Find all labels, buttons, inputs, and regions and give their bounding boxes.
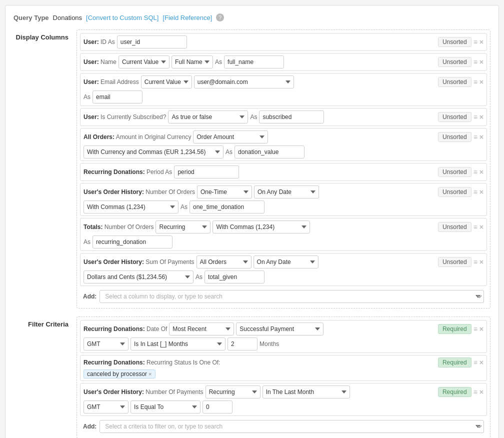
- filter-row-status: Recurring Donations: Recurring Status Is…: [80, 355, 487, 381]
- filter-row-payments: User's Order History: Number Of Payments…: [80, 383, 487, 416]
- filter-select-last-month[interactable]: In The Last Month: [262, 386, 350, 398]
- filter-remove-2[interactable]: ×: [480, 358, 484, 366]
- filter-prefix-2: Recurring Donations: Recurring Status Is…: [84, 359, 220, 366]
- sort-btn-2[interactable]: Unsorted: [438, 57, 472, 67]
- row-controls-2: Unsorted ≡ ×: [438, 57, 484, 67]
- filter-drag-3[interactable]: ≡: [474, 388, 478, 396]
- col-as-9: As: [196, 274, 202, 280]
- filter-remove-3[interactable]: ×: [480, 388, 484, 396]
- drag-handle-1[interactable]: ≡: [474, 38, 478, 46]
- filter-select-gmt-1[interactable]: GMT: [84, 338, 128, 350]
- col-select-name-type[interactable]: Current Value: [118, 56, 170, 68]
- sort-btn-5[interactable]: Unsorted: [438, 132, 472, 142]
- filter-input-value[interactable]: [202, 400, 232, 414]
- col-select-totals-format[interactable]: With Commas (1,234): [212, 220, 310, 234]
- col-alias-donation-value[interactable]: [234, 146, 304, 158]
- col-select-orders-type[interactable]: One-Time: [197, 186, 252, 198]
- col-alias-one-time[interactable]: [190, 200, 264, 214]
- filter-input-months[interactable]: [228, 338, 258, 350]
- filter-select-equal-to[interactable]: Is Equal To: [130, 400, 200, 414]
- col-prefix-4: User: Is Currently Subscribed?: [84, 114, 166, 120]
- sort-btn-6[interactable]: Unsorted: [438, 167, 472, 177]
- col-alias-user-id[interactable]: [117, 36, 187, 48]
- sort-btn-4[interactable]: Unsorted: [438, 112, 472, 122]
- remove-btn-6[interactable]: ×: [480, 168, 484, 176]
- tag-remove[interactable]: ×: [148, 371, 152, 377]
- drag-handle-6[interactable]: ≡: [474, 168, 478, 176]
- sort-btn-9[interactable]: Unsorted: [438, 257, 472, 267]
- col-alias-period[interactable]: [174, 166, 239, 178]
- col-select-totals-type[interactable]: Recurring: [156, 220, 210, 234]
- remove-btn-5[interactable]: ×: [480, 133, 484, 141]
- col-alias-email[interactable]: [92, 90, 142, 104]
- col-select-orders-date[interactable]: On Any Date: [254, 186, 319, 198]
- drag-handle-9[interactable]: ≡: [474, 258, 478, 266]
- col-select-payments-type[interactable]: All Orders: [196, 256, 252, 268]
- convert-sql-link[interactable]: [Convert to Custom SQL]: [86, 14, 158, 22]
- filter-select-payment-type[interactable]: Successful Payment: [236, 322, 324, 336]
- col-prefix-3: User: Email Address: [84, 78, 139, 86]
- filter-remove-1[interactable]: ×: [480, 325, 484, 333]
- remove-btn-9[interactable]: ×: [480, 258, 484, 266]
- row-controls-3: Unsorted ≡ ×: [438, 77, 484, 87]
- col-as-5: As: [226, 148, 232, 156]
- row-controls-4: Unsorted ≡ ×: [438, 112, 484, 122]
- remove-btn-7[interactable]: ×: [480, 188, 484, 196]
- col-alias-recurring[interactable]: [92, 236, 172, 248]
- sort-btn-7[interactable]: Unsorted: [438, 187, 472, 197]
- col-prefix-2: User: Name: [84, 58, 116, 66]
- field-reference-link[interactable]: [Field Reference]: [162, 14, 212, 22]
- col-alias-subscribed[interactable]: [259, 110, 324, 124]
- col-select-email-type[interactable]: Current Value: [141, 76, 192, 88]
- display-columns-label: Display Columns: [14, 30, 68, 308]
- col-select-orders-format[interactable]: With Commas (1,234): [84, 200, 178, 214]
- sort-btn-1[interactable]: Unsorted: [438, 37, 472, 47]
- col-as-4: As: [250, 114, 257, 120]
- drag-handle-7[interactable]: ≡: [474, 188, 478, 196]
- required-btn-1[interactable]: Required: [438, 324, 472, 334]
- remove-btn-3[interactable]: ×: [480, 78, 484, 86]
- drag-handle-4[interactable]: ≡: [474, 113, 478, 121]
- page-wrapper: Query Type Donations [Convert to Custom …: [5, 5, 499, 438]
- col-select-email-format[interactable]: user@domain.com: [194, 76, 294, 88]
- filter-select-last-months[interactable]: Is In Last [_] Months: [130, 338, 226, 350]
- required-btn-2[interactable]: Required: [438, 358, 472, 368]
- filter-select-date-type[interactable]: Most Recent: [169, 322, 234, 336]
- remove-btn-1[interactable]: ×: [480, 38, 484, 46]
- sort-btn-3[interactable]: Unsorted: [438, 77, 472, 87]
- col-select-payments-date[interactable]: On Any Date: [254, 256, 318, 268]
- status-tag: canceled by processor ×: [84, 370, 156, 378]
- col-select-payments-format[interactable]: Dollars and Cents ($1,234.56): [84, 270, 194, 284]
- filter-drag-1[interactable]: ≡: [474, 325, 478, 333]
- col-select-amount-type[interactable]: Order Amount: [193, 130, 268, 144]
- filter-select-gmt-3[interactable]: GMT: [84, 400, 128, 414]
- drag-handle-2[interactable]: ≡: [474, 58, 478, 66]
- col-alias-total-given[interactable]: [204, 270, 264, 284]
- display-columns-content: User: ID As Unsorted ≡ × User: Name Curr…: [76, 30, 490, 308]
- remove-btn-8[interactable]: ×: [480, 223, 484, 231]
- column-row-user-name: User: Name Current Value Full Name As Un…: [80, 53, 487, 71]
- filter-drag-2[interactable]: ≡: [474, 358, 478, 366]
- col-prefix-6: Recurring Donations: Period As: [84, 168, 172, 176]
- col-select-subscribed-format[interactable]: As true or false: [168, 110, 248, 124]
- col-select-amount-format[interactable]: With Currency and Commas (EUR 1,234.56): [84, 146, 224, 158]
- col-select-name-format[interactable]: Full Name: [172, 56, 213, 68]
- filter-select-payments-type[interactable]: Recurring: [206, 386, 260, 398]
- col-as-8: As: [84, 238, 90, 246]
- remove-btn-4[interactable]: ×: [480, 113, 484, 121]
- col-prefix-5: All Orders: Amount in Original Currency: [84, 134, 191, 140]
- remove-btn-2[interactable]: ×: [480, 58, 484, 66]
- drag-handle-5[interactable]: ≡: [474, 133, 478, 141]
- sort-btn-8[interactable]: Unsorted: [438, 222, 472, 232]
- drag-handle-8[interactable]: ≡: [474, 223, 478, 231]
- filter-criteria-section: Filter Criteria Recurring Donations: Dat…: [14, 316, 490, 438]
- column-row-email: User: Email Address Current Value user@d…: [80, 73, 487, 106]
- help-icon[interactable]: ?: [216, 14, 224, 22]
- add-filter-select[interactable]: Select a criteria to filter on, or type …: [100, 420, 484, 433]
- drag-handle-3[interactable]: ≡: [474, 78, 478, 86]
- filter-controls-3: Required ≡ ×: [438, 387, 484, 397]
- column-row-totals-orders: Totals: Number Of Orders Recurring With …: [80, 218, 487, 251]
- add-column-select[interactable]: Select a column to display, or type to s…: [100, 290, 484, 303]
- col-alias-name[interactable]: [224, 56, 284, 68]
- required-btn-3[interactable]: Required: [438, 387, 472, 397]
